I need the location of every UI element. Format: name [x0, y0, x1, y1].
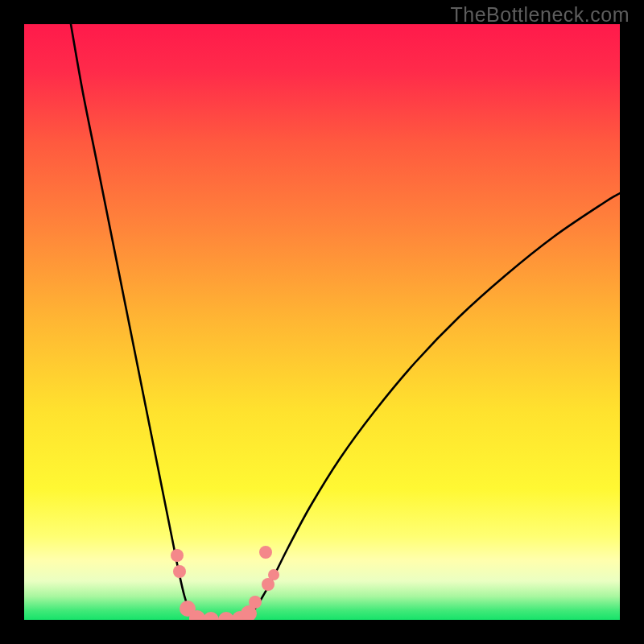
plot-area [24, 24, 620, 620]
marker-dot [249, 596, 262, 609]
curve-left [71, 24, 217, 620]
marker-dot [173, 565, 186, 578]
marker-dot [203, 612, 219, 620]
curve-right [233, 193, 620, 620]
outer-frame: TheBottleneck.com [0, 0, 644, 644]
marker-dot [171, 549, 184, 562]
marker-dot [259, 546, 272, 559]
marker-dot [218, 612, 234, 620]
marker-dot [268, 569, 279, 580]
curves-layer [24, 24, 620, 620]
pink-markers [171, 546, 279, 620]
watermark-text: TheBottleneck.com [451, 3, 630, 27]
